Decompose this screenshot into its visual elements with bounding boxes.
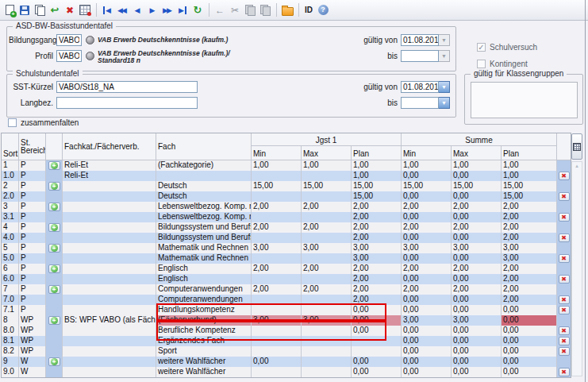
table-row[interactable]: 4.0 P + Bildungssystem und Berufsorienti…	[2, 233, 571, 243]
cell-jgst-min[interactable]	[252, 346, 302, 357]
new-record-button[interactable]	[2, 3, 17, 17]
add-subject-button[interactable]: +	[48, 223, 60, 232]
cell-jgst-min[interactable]	[252, 171, 302, 181]
nav-next-button[interactable]: ▶	[145, 3, 159, 17]
header-bereich[interactable]: St. Bereich	[19, 133, 46, 160]
cell-fach[interactable]: Lebensweltbezog. Komp. m. Gemei...	[156, 212, 252, 222]
table-row[interactable]: 1.0 P + Reli-Et 1,00 0,00 0,00 1,00 ✖	[2, 171, 571, 181]
kontingent-checkbox[interactable]	[477, 60, 486, 68]
cell-fachkat[interactable]	[63, 243, 156, 253]
basis-gueltig-von-select[interactable]: 01.08.2018 ▼	[401, 34, 450, 46]
delete-row-button[interactable]: ✖	[559, 172, 570, 180]
cell-fachkat[interactable]: Reli-Et	[63, 171, 156, 181]
table-row[interactable]: 5 P + Mathematik und Rechnen 3,00 3,00 3…	[2, 243, 571, 253]
cell-jgst-max[interactable]: 3,00	[302, 243, 352, 253]
header-jgst-min[interactable]: Min	[252, 146, 302, 160]
column-settings-button[interactable]	[571, 133, 582, 160]
nav-prev-button[interactable]: ◀	[130, 3, 144, 17]
cell-fach[interactable]: weitere Wahlfächer	[156, 357, 252, 367]
table-row[interactable]: 4 P + Bildungssystem und Berufsorientie.…	[2, 222, 571, 233]
cell-fach[interactable]: Mathematik und Rechnen	[156, 243, 252, 253]
add-subject-button[interactable]: +	[48, 285, 60, 294]
header-sort[interactable]: Sort.	[2, 133, 19, 160]
header-fach[interactable]: Fach	[156, 133, 252, 160]
cell-jgst-plan[interactable]	[352, 346, 402, 357]
cell-jgst-max[interactable]	[302, 233, 352, 243]
cell-fachkat[interactable]	[63, 305, 156, 315]
cell-jgst-max[interactable]: 2,00	[302, 264, 352, 274]
cell-fach[interactable]: Bildungssystem und Berufsorientie...	[156, 222, 252, 233]
cell-jgst-plan[interactable]: 2,00	[352, 222, 402, 233]
cell-jgst-max[interactable]	[302, 357, 352, 367]
add-subject-button[interactable]: +	[48, 182, 60, 191]
add-subject-button[interactable]: +	[48, 244, 60, 253]
cell-fachkat[interactable]	[63, 181, 156, 191]
table-row[interactable]: 9 W + weitere Wahlfächer 0,00 0,00 0,00 …	[2, 357, 571, 367]
add-subject-button[interactable]: +	[48, 161, 60, 170]
cell-jgst-plan[interactable]: 2,00	[352, 233, 402, 243]
delete-row-button[interactable]: ✖	[559, 368, 570, 376]
nav-fast-next-button[interactable]: ▶▶	[160, 3, 175, 17]
delete-row-button[interactable]: ✖	[559, 337, 570, 345]
cell-jgst-plan[interactable]: 0,00	[352, 357, 402, 367]
profil-lookup-button[interactable]	[86, 52, 94, 60]
header-summe-plan[interactable]: Plan	[502, 146, 557, 160]
header-jgst-plan[interactable]: Plan	[352, 146, 402, 160]
cell-fach[interactable]: Computeranwendungen	[156, 284, 252, 295]
cell-jgst-min[interactable]: 2,00	[252, 264, 302, 274]
scroll-up-icon[interactable]: ▲	[572, 164, 582, 168]
cell-jgst-plan[interactable]: 2,00	[352, 264, 402, 274]
add-subject-button[interactable]: +	[48, 264, 60, 273]
cell-jgst-min[interactable]: 15,00	[252, 181, 302, 191]
klassengruppen-listbox[interactable]	[471, 82, 578, 118]
cell-jgst-max[interactable]	[302, 274, 352, 284]
cell-fach[interactable]: Deutsch	[156, 191, 252, 202]
cell-fachkat[interactable]	[63, 253, 156, 264]
add-subject-button[interactable]: +	[48, 316, 60, 325]
cell-jgst-plan[interactable]: 2,00	[352, 284, 402, 295]
table-row[interactable]: 7 P + Computeranwendungen 2,00 2,00 2,00…	[2, 284, 571, 295]
cell-jgst-min[interactable]: 2,00	[252, 222, 302, 233]
cell-jgst-plan[interactable]: 15,00	[352, 181, 402, 191]
cell-jgst-max[interactable]	[302, 346, 352, 357]
cell-jgst-min[interactable]: 0,00	[252, 357, 302, 367]
cell-fach[interactable]: Englisch	[156, 274, 252, 284]
cell-fachkat[interactable]	[63, 284, 156, 295]
collapse-checkbox[interactable]	[8, 118, 17, 127]
nav-fast-prev-button[interactable]: ◀◀	[115, 3, 129, 17]
cell-fachkat[interactable]	[63, 274, 156, 284]
refresh-button[interactable]: ↻	[190, 3, 205, 17]
delete-row-button[interactable]: ✖	[559, 192, 570, 201]
cell-fachkat[interactable]	[63, 346, 156, 357]
vertical-scrollbar[interactable]: ▲	[571, 161, 582, 376]
sst-kuerzel-field[interactable]	[56, 81, 198, 93]
cell-fachkat[interactable]	[63, 336, 156, 346]
cell-jgst-min[interactable]: 3,00	[252, 243, 302, 253]
table-row[interactable]: 2.0 P + Deutsch 15,00 0,00 0,00 15,00 ✖	[2, 191, 571, 202]
bildungsgang-lookup-button[interactable]	[86, 36, 94, 44]
basis-bis-select[interactable]: ▼	[401, 50, 450, 62]
cell-fachkat[interactable]	[63, 233, 156, 243]
cell-jgst-min[interactable]	[252, 274, 302, 284]
delete-row-button[interactable]: ✖	[559, 347, 570, 356]
header-summe-min[interactable]: Min	[402, 146, 452, 160]
cell-jgst-min[interactable]	[252, 212, 302, 222]
table-row[interactable]: 8.2 WP + Sport 0,00 0,00 0,00 ✖	[2, 346, 571, 357]
folder-button[interactable]	[280, 3, 294, 17]
cell-jgst-min[interactable]	[252, 367, 302, 377]
table-row[interactable]: 2 P + Deutsch 15,00 15,00 15,00 15,00 15…	[2, 181, 571, 191]
cell-fachkat[interactable]	[63, 367, 156, 377]
langbez-field[interactable]	[56, 97, 198, 109]
cell-jgst-max[interactable]: 2,00	[302, 202, 352, 212]
table-row[interactable]: 1 P + Reli-Et (Fachkategorie) 1,00 1,00 …	[2, 160, 571, 171]
cell-jgst-min[interactable]	[252, 233, 302, 243]
delete-row-button[interactable]: ✖	[559, 326, 570, 335]
cell-fachkat[interactable]	[63, 202, 156, 212]
add-subject-button[interactable]: +	[48, 203, 60, 211]
cell-fachkat[interactable]	[63, 222, 156, 233]
header-fachkat[interactable]: Fachkat./Fächerverb.	[63, 133, 156, 160]
cell-fachkat[interactable]	[63, 295, 156, 305]
cell-fach[interactable]: Deutsch	[156, 181, 252, 191]
cell-jgst-min[interactable]: 1,00	[252, 160, 302, 171]
table-row[interactable]: 6 P + Englisch 2,00 2,00 2,00 2,00 2,00 …	[2, 264, 571, 274]
